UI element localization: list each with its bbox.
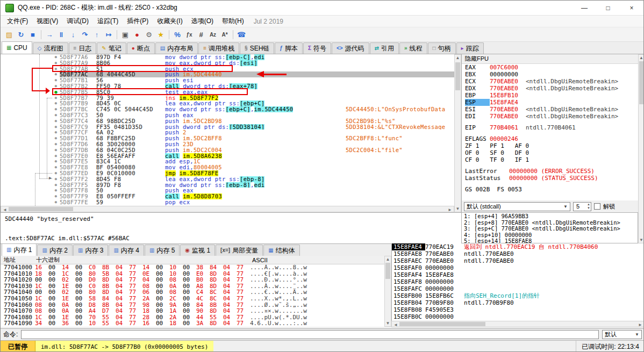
register-row[interactable]: EFLAGS00000246 [462,135,638,142]
stack-row[interactable]: 15E8FB04770B9F80ntdll.770B9F80 [392,299,644,306]
unlock-checkbox[interactable] [594,203,600,210]
disasm-row[interactable]: ●5D8F77B585C0test eax,eax [1,89,454,95]
disasm-row[interactable]: ●5D8F77DB68 04C0C25Dpush im.5DC2C0045DC2… [1,147,454,153]
open-folder-icon[interactable]: ▨ [3,29,15,40]
tab-script-ic[interactable]: ƒ脚本 [275,42,303,54]
register-row[interactable]: EDI770EABE0<ntdll.DbgUiRemoteBreakin> [462,113,638,120]
register-value[interactable]: 00000246 [490,135,518,142]
instruction-dot[interactable]: ● [52,124,60,130]
disasm-hscrollbar[interactable]: ◄► [1,206,454,212]
tab-call-stack[interactable]: ≡调用堆栈 [198,42,239,54]
dump-row[interactable]: 7704104000000200808D047706000800C48C0477… [1,289,384,296]
tab-references[interactable]: ⇄引用 [370,42,399,54]
spinner-arrows-icon[interactable]: ▲▼ [587,203,590,210]
stack-row[interactable]: 15E8FB0C00000000 [392,313,644,320]
args-list[interactable]: 1: [esp+4] 96A59BB32: [esp+8] 770EABE0 <… [461,212,638,243]
tab-cpu[interactable]: ▦CPU [2,41,32,54]
a-star-icon[interactable]: A* [219,29,231,40]
dump-vscrollbar[interactable]: ▲▼ [384,256,391,327]
memtab-7[interactable]: [x=]局部变量 [216,245,263,256]
stack-row[interactable]: 15E8FAFC00000000 [392,285,644,292]
register-row[interactable]: EBP15E8FB10 [462,92,638,99]
command-input[interactable] [21,330,599,339]
arg-count-spinner[interactable]: 5 ▲▼ [573,202,591,211]
memtab-8[interactable]: ▦结构体 [263,245,299,256]
az-icon[interactable]: Az [207,29,219,40]
menu-item[interactable]: 调试(D) [62,16,93,27]
instruction-dot[interactable]: ● [52,118,60,124]
memtab-6[interactable]: ◉监视 1 [180,245,215,256]
instruction-dot[interactable]: ● [52,112,60,118]
register-value[interactable]: 770EABE0 [490,85,518,92]
instruction-dot[interactable]: ● [52,182,60,188]
registers-vscrollbar[interactable]: ▲▼ [638,54,644,243]
instruction-dot[interactable]: ● [52,164,60,170]
pause-icon[interactable]: ‖ [55,29,67,40]
register-row[interactable]: LastError00000000 (ERROR_SUCCESS) [462,168,638,175]
stop-icon[interactable]: ■ [27,29,39,40]
register-row[interactable]: EIP770B4061ntdll.770B4061 [462,124,638,131]
step-over-icon[interactable]: ↷ [79,29,91,40]
restart-icon[interactable]: ↻ [15,29,27,40]
registers-panel[interactable]: 隐藏FPU EAX007C6000EBX00000000ECX770EABE0<… [461,54,638,200]
arg-row[interactable]: 1: [esp+4] 96A59BB3 [464,213,638,220]
stack-row[interactable]: 15E8FB08F45905E3 [392,306,644,313]
register-value[interactable]: 15E8FB10 [490,92,518,99]
instruction-dot[interactable]: ● [52,100,60,106]
tab-source-code[interactable]: <>源代码 [332,42,369,54]
favourites-icon[interactable]: ★ [155,29,167,40]
memtab-5[interactable]: ▥内存 5 [145,245,180,256]
stack-row[interactable]: 15E8FB0015E8FB6C指向SEH_Record[1]的指针 [392,292,644,299]
menu-item[interactable]: 文件(F) [3,16,32,27]
tab-memory-map[interactable]: ▤内存布局 [155,42,198,54]
stack-row[interactable]: 15E8FAE4770EAC19返回到 ntdll.770EAC19 自 ntd… [392,243,644,250]
instruction-dot[interactable]: ● [52,135,60,141]
step-out-icon[interactable]: ↑ [91,29,103,40]
tab-log[interactable]: ≡日志 [69,42,97,54]
register-row[interactable]: ESI770EABE0<ntdll.DbgUiRemoteBreakin> [462,106,638,113]
register-row[interactable]: EDX770EABE0<ntdll.DbgUiRemoteBreakin> [462,85,638,92]
dump-row[interactable]: 770410501C001E00588404772A002C004C8C0477… [1,296,384,302]
menu-item[interactable]: 选项(O) [187,16,218,27]
instruction-dot[interactable]: ● [52,170,60,176]
memtab-4[interactable]: ▥内存 4 [109,245,144,256]
dump-row[interactable]: 7704106008000A00D88B047798009A00848B0477… [1,302,384,308]
fx-icon[interactable]: ƒx [183,29,195,40]
close-button[interactable]: × [620,1,643,15]
dump-row[interactable]: 7704101018001C00805B04770E001000E08D0477… [1,271,384,277]
instruction-dot[interactable]: ● [52,95,60,101]
tab-trace[interactable]: ▸跟踪 [456,42,484,54]
dump-row[interactable]: 7704107008000A00A4D7047718001A00908D0477… [1,308,384,314]
instruction-dot[interactable]: ● [52,176,60,182]
instruction-dot[interactable]: ● [52,147,60,153]
register-value[interactable]: 770EABE0 [490,78,518,85]
disasm-row[interactable]: ●5D8F77A98B06mov eax,dword ptr ds:[esi] [1,60,454,66]
stack-pane[interactable]: 15E8FAE4770EAC19返回到 ntdll.770EAC19 自 ntd… [391,243,644,321]
instruction-dot[interactable]: ● [52,153,60,159]
instruction-dot[interactable]: ● [52,188,60,193]
instruction-dot[interactable]: ● [52,199,60,205]
arg-row[interactable]: 5: [esp+14] 15E8FAE8 [464,238,638,243]
instruction-dot[interactable]: ● [52,71,60,77]
menu-item[interactable]: 收藏夹(I) [153,16,187,27]
register-row[interactable]: ESP15E8FAE4 [462,99,638,106]
disasm-row[interactable]: ●5D8F77C468 98BDC25Dpush im.5DC2BD985DC2… [1,118,454,124]
disasm-vscrollbar[interactable]: ▲▼ [454,54,461,212]
stack-hscrollbar[interactable]: ◄► [391,321,644,327]
tab-seh-chain[interactable]: §SEH链 [240,42,274,54]
hash-icon[interactable]: # [195,29,207,40]
instruction-dot[interactable]: ● [52,193,60,199]
dump-row[interactable]: 770410903400360010550477160018003A8D0477… [1,320,384,327]
memtab-2[interactable]: ▥内存 2 [37,245,72,256]
breakpoint-icon[interactable]: ● [131,29,143,40]
menu-item[interactable]: 插件(P) [123,16,153,27]
instruction-dot[interactable]: ● [52,106,60,112]
register-value[interactable]: 770EABE0 [490,106,518,113]
menu-item[interactable]: 帮助(H) [218,16,248,27]
memtab-3[interactable]: ▥内存 3 [73,245,108,256]
tab-breakpoints[interactable]: ●断点 [127,42,155,54]
disasm-row[interactable]: ●5D8F77FE59pop ecx [1,199,454,205]
settings-icon[interactable]: ⚙ [143,29,155,40]
disassembly-pane[interactable]: ●5D8F77A6897D F4mov dword ptr ss:[ebp-C]… [1,54,454,206]
maximize-button[interactable]: □ [596,1,620,15]
